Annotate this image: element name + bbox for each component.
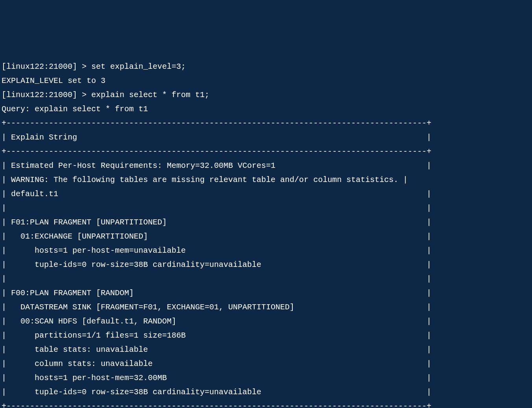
explain-row-tuple-final: | tuple-ids=0 row-size=38B cardinality=u… <box>2 388 431 397</box>
explain-row-hosts: | hosts=1 per-host-mem=unavailable | <box>2 246 431 255</box>
explain-row-requirements: | Estimated Per-Host Requirements: Memor… <box>2 161 431 170</box>
command-input: set explain_level=3; <box>91 62 186 71</box>
explain-row-exchange: | 01:EXCHANGE [UNPARTITIONED] | <box>2 232 431 241</box>
command-response: EXPLAIN_LEVEL set to 3 <box>2 76 105 85</box>
explain-row-partitions: | partitions=1/1 files=1 size=186B | <box>2 331 431 340</box>
explain-row-hosts-mem: | hosts=1 per-host-mem=32.00MB | <box>2 373 431 382</box>
shell-prompt: [linux122:21000] > <box>2 62 91 71</box>
query-echo: Query: explain select * from t1 <box>2 105 148 114</box>
terminal-window[interactable]: [linux122:21000] > set explain_level=3; … <box>2 60 530 408</box>
explain-row-blank: | | <box>2 274 431 283</box>
explain-row-blank: | | <box>2 204 431 213</box>
table-header: | Explain String | <box>2 133 431 142</box>
explain-row-table: | default.t1 | <box>2 189 431 198</box>
explain-row-datastream: | DATASTREAM SINK [FRAGMENT=F01, EXCHANG… <box>2 303 431 312</box>
explain-row-tuple: | tuple-ids=0 row-size=38B cardinality=u… <box>2 260 431 269</box>
shell-prompt: [linux122:21000] > <box>2 90 91 99</box>
explain-row-fragment-f00: | F00:PLAN FRAGMENT [RANDOM] | <box>2 289 431 298</box>
table-border-mid: +---------------------------------------… <box>2 147 431 156</box>
explain-row-warning: | WARNING: The following tables are miss… <box>2 175 408 184</box>
explain-row-scan-hdfs: | 00:SCAN HDFS [default.t1, RANDOM] | <box>2 317 431 326</box>
explain-row-fragment-f01: | F01:PLAN FRAGMENT [UNPARTITIONED] | <box>2 218 431 227</box>
table-border-top: +---------------------------------------… <box>2 119 431 128</box>
explain-row-table-stats: | table stats: unavailable | <box>2 345 431 354</box>
command-input: explain select * from t1; <box>91 90 209 99</box>
explain-row-column-stats: | column stats: unavailable | <box>2 359 431 368</box>
table-border-bottom: +---------------------------------------… <box>2 402 431 408</box>
